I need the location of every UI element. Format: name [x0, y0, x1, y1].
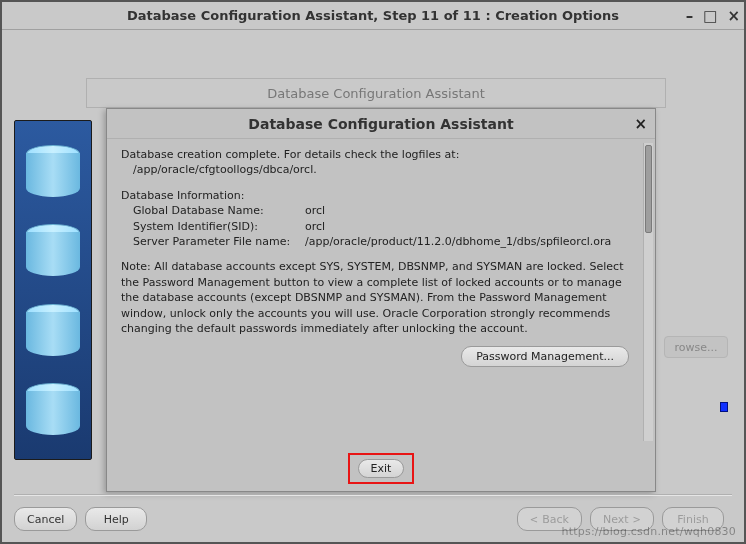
main-window: Database Configuration Assistant, Step 1…: [0, 0, 746, 544]
window-controls: – □ ×: [686, 2, 740, 30]
scrollbar-track[interactable]: [643, 143, 653, 441]
creation-complete-section: Database creation complete. For details …: [121, 147, 641, 178]
db-info-heading: Database Information:: [121, 188, 641, 203]
chevron-left-icon: <: [530, 514, 538, 525]
intermediate-window-title: Database Configuration Assistant: [267, 86, 485, 101]
minimize-icon[interactable]: –: [686, 2, 694, 30]
chevron-right-icon: >: [633, 514, 641, 525]
creation-complete-text: Database creation complete. For details …: [121, 147, 641, 162]
dialog-footer: Exit: [107, 445, 655, 491]
window-title: Database Configuration Assistant, Step 1…: [2, 8, 744, 23]
finish-button: Finish: [662, 507, 724, 531]
database-cylinder-icon: [26, 224, 80, 276]
spfile-label: Server Parameter File name:: [133, 234, 305, 249]
dialog-titlebar: Database Configuration Assistant ×: [107, 109, 655, 139]
completion-dialog: Database Configuration Assistant × Datab…: [106, 108, 656, 492]
cancel-button[interactable]: Cancel: [14, 507, 77, 531]
close-icon[interactable]: ×: [727, 2, 740, 30]
database-cylinder-icon: [26, 145, 80, 197]
spfile-value: /app/oracle/product/11.2.0/dbhome_1/dbs/…: [305, 234, 641, 249]
dialog-title: Database Configuration Assistant: [107, 116, 655, 132]
titlebar: Database Configuration Assistant, Step 1…: [2, 2, 744, 30]
global-db-label: Global Database Name:: [133, 203, 305, 218]
back-button: < Back: [517, 507, 582, 531]
dialog-close-icon[interactable]: ×: [634, 115, 647, 133]
exit-highlight-box: Exit: [348, 453, 415, 484]
database-cylinder-icon: [26, 304, 80, 356]
exit-button[interactable]: Exit: [358, 459, 405, 478]
logfiles-path: /app/oracle/cfgtoollogs/dbca/orcl.: [121, 162, 641, 177]
sid-label: System Identifier(SID):: [133, 219, 305, 234]
browse-button[interactable]: rowse...: [664, 336, 728, 358]
maximize-icon[interactable]: □: [703, 2, 717, 30]
selection-handle-icon: [720, 402, 728, 412]
wizard-button-bar: Cancel Help < Back Next > Finish: [14, 504, 732, 534]
password-mgmt-row: Password Management...: [121, 346, 641, 367]
global-db-value: orcl: [305, 203, 641, 218]
db-info-section: Database Information: Global Database Na…: [121, 188, 641, 250]
sid-value: orcl: [305, 219, 641, 234]
intermediate-window-titlebar: Database Configuration Assistant: [86, 78, 666, 108]
client-area: rowse... Database Configuration Assistan…: [2, 30, 744, 542]
password-management-button[interactable]: Password Management...: [461, 346, 629, 367]
next-button: Next >: [590, 507, 654, 531]
accounts-note: Note: All database accounts except SYS, …: [121, 259, 641, 336]
dialog-body: Database creation complete. For details …: [107, 139, 655, 445]
wizard-illustration: [14, 120, 92, 460]
scrollbar-thumb[interactable]: [645, 145, 652, 233]
separator: [14, 494, 732, 496]
database-cylinder-icon: [26, 383, 80, 435]
help-button[interactable]: Help: [85, 507, 147, 531]
